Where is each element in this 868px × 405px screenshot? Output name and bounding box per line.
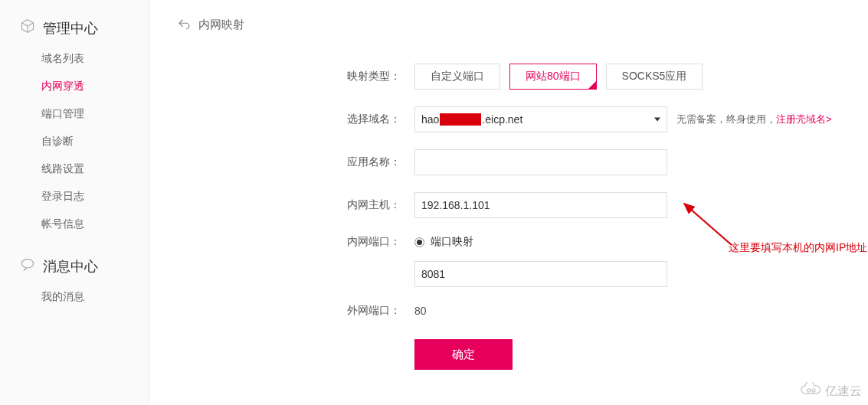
sidebar-item-nat-traversal[interactable]: 内网穿透 bbox=[0, 73, 149, 100]
sidebar-item-my-messages[interactable]: 我的消息 bbox=[0, 283, 149, 311]
sidebar-section-msg-title: 消息中心 bbox=[43, 257, 98, 276]
dropdown-caret-icon bbox=[654, 118, 660, 122]
watermark: 亿速云 bbox=[799, 382, 862, 400]
lan-port-input[interactable] bbox=[414, 261, 667, 287]
option-web80-port[interactable]: 网站80端口 bbox=[509, 64, 597, 90]
option-socks5[interactable]: SOCKS5应用 bbox=[606, 64, 703, 90]
sidebar-item-account-info[interactable]: 帐号信息 bbox=[0, 211, 149, 238]
label-lan-port: 内网端口： bbox=[177, 235, 414, 249]
sidebar-section-msg-header: 消息中心 bbox=[0, 252, 149, 283]
label-app-name: 应用名称： bbox=[177, 155, 414, 169]
radio-dot-icon bbox=[414, 237, 424, 247]
lan-host-input[interactable] bbox=[414, 192, 667, 218]
label-mapping-type: 映射类型： bbox=[177, 70, 414, 83]
cloud-icon bbox=[799, 382, 822, 400]
cube-icon bbox=[20, 18, 35, 38]
label-lan-host: 内网主机： bbox=[177, 198, 414, 212]
annotation-text: 这里要填写本机的内网IP地址 bbox=[729, 241, 867, 255]
sidebar-item-login-log[interactable]: 登录日志 bbox=[0, 183, 149, 211]
svg-point-2 bbox=[807, 389, 811, 392]
option-custom-port[interactable]: 自定义端口 bbox=[414, 64, 500, 90]
sidebar-item-port-mgmt[interactable]: 端口管理 bbox=[0, 100, 149, 128]
chat-icon bbox=[20, 256, 35, 276]
sidebar-item-line-settings[interactable]: 线路设置 bbox=[0, 155, 149, 183]
svg-point-0 bbox=[22, 259, 34, 268]
sidebar-section-mgmt-title: 管理中心 bbox=[43, 19, 98, 38]
label-select-domain: 选择域名： bbox=[177, 113, 414, 126]
domain-prefix: hao bbox=[421, 113, 439, 126]
breadcrumb: 内网映射 bbox=[177, 17, 840, 33]
radio-port-mapping[interactable]: 端口映射 bbox=[414, 235, 473, 249]
app-name-input[interactable] bbox=[414, 149, 667, 175]
label-wan-port: 外网端口： bbox=[177, 304, 414, 318]
sidebar: 管理中心 域名列表 内网穿透 端口管理 自诊断 线路设置 登录日志 帐号信息 bbox=[0, 0, 149, 405]
domain-suffix: .eicp.net bbox=[482, 113, 522, 126]
watermark-text: 亿速云 bbox=[825, 384, 862, 400]
domain-redacted bbox=[440, 113, 481, 126]
wan-port-value: 80 bbox=[414, 305, 427, 317]
main-content: 内网映射 映射类型： 自定义端口 网站80端口 SOCKS5应用 选择域名： bbox=[149, 0, 868, 405]
breadcrumb-title: 内网映射 bbox=[198, 18, 244, 32]
register-domain-link[interactable]: 注册壳域名> bbox=[776, 113, 832, 125]
sidebar-item-domain-list[interactable]: 域名列表 bbox=[0, 45, 149, 73]
domain-help: 无需备案，终身使用，注册壳域名> bbox=[676, 113, 832, 126]
sidebar-item-self-diagnose[interactable]: 自诊断 bbox=[0, 128, 149, 155]
svg-point-3 bbox=[812, 389, 815, 392]
radio-port-mapping-label: 端口映射 bbox=[431, 235, 473, 249]
sidebar-section-mgmt-header: 管理中心 bbox=[0, 14, 149, 45]
submit-button[interactable]: 确定 bbox=[414, 339, 513, 370]
back-icon[interactable] bbox=[177, 17, 191, 33]
domain-select[interactable]: hao .eicp.net bbox=[414, 106, 667, 132]
